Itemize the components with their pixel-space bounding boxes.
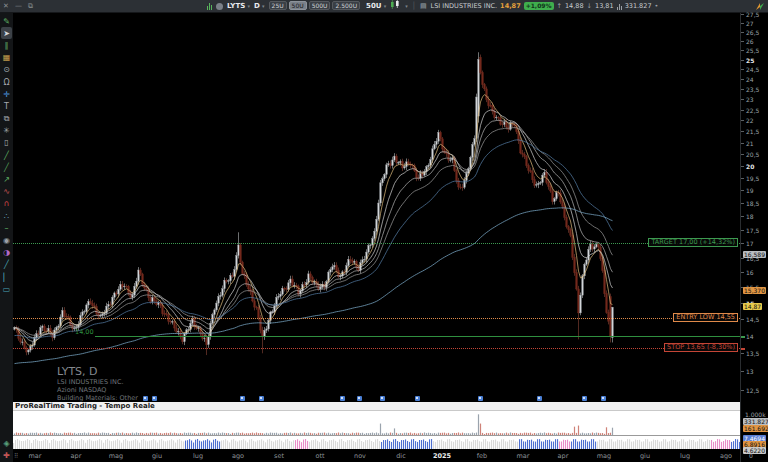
move-icon[interactable]: ✛	[1, 88, 12, 100]
price-tick-dash	[741, 203, 744, 204]
rectangle-tool-icon[interactable]: ▭	[1, 283, 12, 295]
month-label: feb	[477, 452, 487, 460]
zoom-icon[interactable]: ⊙	[1, 64, 12, 76]
unit-button-2.500u[interactable]: 2.500U	[332, 1, 360, 10]
price-tick: 27	[746, 20, 754, 27]
vertical-line-icon[interactable]: ▏	[1, 271, 12, 283]
month-label: giu	[640, 452, 650, 460]
price-tick: 21,5	[746, 128, 759, 135]
price-tick: 18	[746, 213, 754, 220]
level-label-entry[interactable]: ENTRY LOW 14,55	[673, 313, 738, 322]
chart-edit-icon[interactable]: ▦	[1, 52, 12, 64]
price-tick-dash	[741, 69, 744, 70]
watermark-name: LSI INDUSTRIES INC.	[57, 378, 138, 386]
news-marker-icon[interactable]	[240, 396, 245, 401]
profile-icon[interactable]	[216, 3, 223, 10]
news-marker-icon[interactable]	[357, 396, 362, 401]
segment-icon[interactable]: ╱	[1, 259, 12, 271]
arrow-up-icon[interactable]: ↗	[1, 173, 12, 185]
news-marker-icon[interactable]	[152, 396, 157, 401]
news-marker-icon[interactable]	[601, 396, 606, 401]
maximize-icon[interactable]: ⧉	[28, 0, 33, 12]
target-icon[interactable]: ◉	[1, 234, 12, 246]
watchlist-icon[interactable]: ▤	[420, 0, 427, 12]
chart-type-caret[interactable]: ▾	[405, 0, 408, 12]
ema-gray-1	[15, 110, 613, 341]
price-tick: 23,5	[746, 86, 759, 93]
minimize-icon[interactable]: —	[15, 0, 22, 12]
price-tick-dash	[741, 216, 744, 217]
month-label: 2025	[433, 452, 451, 460]
unit-button-25u[interactable]: 25U	[269, 1, 287, 10]
level-label-stop[interactable]: STOP 13,65 (-8,30%)	[664, 343, 738, 352]
news-marker-icon[interactable]	[380, 396, 385, 401]
level-label-14_00[interactable]: 14,00	[75, 328, 94, 336]
month-label: apr	[71, 452, 82, 460]
history-navigator[interactable]	[13, 435, 740, 449]
timeframe-dropdown[interactable]: D ▾	[254, 0, 265, 12]
trendline-icon[interactable]: ╱	[1, 149, 12, 161]
unit-button-500u[interactable]: 500U	[309, 1, 331, 10]
price-tick-dash	[741, 178, 744, 179]
indicator-wave-icon[interactable]: ∿	[1, 186, 12, 198]
magnet-icon[interactable]: ∩	[1, 198, 12, 210]
price-tick: 20,5	[746, 151, 759, 158]
news-marker-icon[interactable]	[143, 396, 148, 401]
news-marker-icon[interactable]	[415, 396, 420, 401]
palette-icon[interactable]: ✚	[1, 450, 12, 462]
price-tick: 21	[746, 140, 754, 147]
price-tick: 12,5	[746, 387, 759, 394]
month-label: mar	[517, 452, 530, 460]
news-marker-icon[interactable]	[340, 396, 345, 401]
bars-count-dropdown[interactable]: 50U ▾	[366, 0, 386, 12]
alert-bell-icon[interactable]: Ω	[1, 76, 12, 88]
dash-tool-icon[interactable]: –	[1, 222, 12, 234]
volume-pane	[13, 411, 740, 435]
date-axis[interactable]: ⠿ maraprmaggiulugagosetottnovdic2025febm…	[13, 449, 740, 462]
unit-button-50u[interactable]: 50U	[289, 1, 307, 10]
color-picker-icon[interactable]: ◑	[1, 247, 12, 259]
cursor-icon[interactable]: ➤	[1, 27, 12, 39]
level-label-target[interactable]: TARGET 17,00 (+14,32%)	[648, 238, 738, 247]
chart-bars-icon[interactable]	[207, 2, 212, 10]
toolbar-separator: │	[412, 0, 416, 12]
price-chart-pane[interactable]: LYTS, D LSI INDUSTRIES INC. Azioni NASDA…	[13, 13, 740, 402]
month-label: apr	[558, 452, 569, 460]
month-label: mar	[29, 452, 42, 460]
window-titlebar: ✕ — ⧉ LYTS ▾ D ▾ 25U50U500U2.500U 50U ▾ …	[0, 0, 768, 13]
month-label: ago	[232, 452, 244, 460]
nodes-icon[interactable]: ∴	[1, 210, 12, 222]
month-label: giu	[152, 452, 162, 460]
high-arrow-icon: ↑	[557, 0, 562, 12]
low-arrow-icon: ↓	[587, 0, 592, 12]
price-tick: 13	[746, 368, 754, 375]
trash-icon[interactable]: ▯	[1, 137, 12, 149]
unit-button-group: 25U50U500U2.500U	[269, 0, 362, 12]
watermark-sector: Building Materials: Other	[57, 394, 138, 402]
news-marker-icon[interactable]	[259, 396, 264, 401]
draw-pencil-icon[interactable]: ✎	[1, 15, 12, 27]
volume-average-badge: 161.692	[743, 425, 768, 432]
settings-asterisk-icon[interactable]: ✳	[1, 125, 12, 137]
symbol-dropdown[interactable]: LYTS ▾	[227, 0, 250, 12]
price-axis[interactable]: 27,52726,52625,52524,52423,52322,52221,5…	[740, 13, 768, 462]
news-marker-icon[interactable]	[582, 396, 587, 401]
axis-grip-icon[interactable]: ⠿	[14, 452, 18, 459]
chart-type-icon[interactable]	[390, 0, 401, 13]
month-label: dic	[396, 452, 406, 460]
news-marker-icon[interactable]	[537, 396, 542, 401]
watermark-symbol: LYTS, D	[57, 365, 138, 378]
ma-steel-blue	[15, 140, 613, 338]
news-marker-icon[interactable]	[478, 396, 483, 401]
parallel-lines-icon[interactable]: ∥	[1, 39, 12, 51]
price-tick: 27,5	[746, 11, 759, 18]
price-tick-dash	[741, 272, 744, 273]
axis-level-mark	[741, 348, 745, 350]
text-tool-icon[interactable]: T	[1, 100, 12, 112]
price-tick: 24,5	[746, 66, 759, 73]
close-icon[interactable]: ✕	[3, 0, 9, 12]
panel-icon[interactable]: ◈	[1, 438, 12, 450]
copy-icon[interactable]: ⧉	[1, 113, 12, 125]
price-tick: 18,5	[746, 200, 759, 207]
ray-line-icon[interactable]: ╱	[1, 161, 12, 173]
